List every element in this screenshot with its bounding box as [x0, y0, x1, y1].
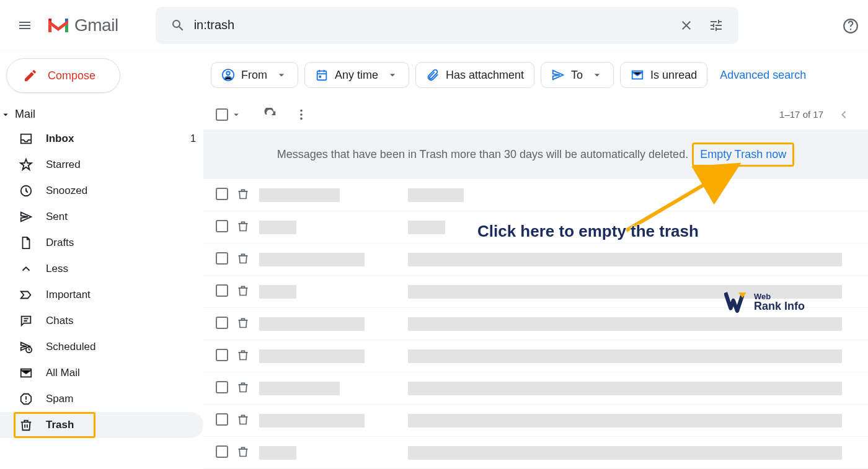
nav-label: Sent [46, 211, 68, 223]
select-all-checkbox[interactable] [216, 108, 242, 121]
redacted-content [259, 285, 296, 299]
sidebar-item-spam[interactable]: Spam [0, 386, 203, 412]
caret-down-icon [591, 69, 603, 81]
help-icon [843, 18, 859, 34]
trash-icon [237, 381, 249, 393]
redacted-content [408, 317, 842, 331]
redacted-content [259, 188, 340, 202]
sidebar-item-snoozed[interactable]: Snoozed [0, 178, 203, 204]
sidebar-item-all-mail[interactable]: All Mail [0, 360, 203, 386]
compose-button[interactable]: Compose [6, 58, 120, 93]
sidebar-item-important[interactable]: Important [0, 282, 203, 308]
close-icon [679, 18, 694, 33]
checkbox-icon[interactable] [216, 188, 228, 200]
clear-search-button[interactable] [671, 11, 701, 40]
trash-icon [237, 188, 249, 200]
important-icon [19, 288, 33, 302]
trash-icon [237, 349, 249, 361]
email-row[interactable] [203, 243, 868, 276]
checkbox-icon[interactable] [216, 445, 228, 458]
mail-section-header[interactable]: Mail [0, 105, 203, 126]
pencil-icon [23, 68, 38, 83]
chat-icon [19, 314, 33, 328]
search-options-button[interactable] [701, 11, 731, 40]
send-to-icon [551, 68, 565, 82]
checkbox-icon[interactable] [216, 252, 228, 265]
more-vert-icon [294, 108, 308, 121]
redacted-content [259, 221, 296, 234]
sidebar-item-starred[interactable]: Starred [0, 152, 203, 178]
app-header: Gmail [0, 0, 868, 51]
sidebar-item-less[interactable]: Less [0, 256, 203, 282]
refresh-button[interactable] [257, 101, 284, 128]
filter-chips-row: From Any time Has attachment To Is unrea… [203, 51, 868, 99]
sidebar-item-sent[interactable]: Sent [0, 204, 203, 230]
mail-icon [19, 366, 33, 380]
trash-icon [19, 418, 33, 432]
caret-down-icon [386, 69, 399, 81]
caret-down-icon [275, 69, 288, 81]
pagination-info: 1–17 of 17 [779, 109, 823, 120]
chip-label: Any time [335, 69, 378, 82]
redacted-content [408, 382, 842, 395]
chip-to[interactable]: To [541, 62, 614, 88]
caret-down-icon [231, 109, 242, 120]
sidebar-item-chats[interactable]: Chats [0, 308, 203, 334]
help-button[interactable] [838, 14, 863, 38]
svg-point-9 [300, 109, 303, 112]
chip-has-attachment[interactable]: Has attachment [415, 62, 534, 88]
main-menu-button[interactable] [10, 11, 40, 40]
search-button[interactable] [163, 11, 193, 40]
email-row[interactable] [203, 340, 868, 372]
advanced-search-link[interactable]: Advanced search [720, 69, 806, 82]
attachment-icon [426, 68, 440, 82]
sidebar-item-inbox[interactable]: Inbox 1 [0, 126, 203, 152]
email-row[interactable] [203, 308, 868, 340]
redacted-content [259, 317, 365, 331]
empty-trash-now-link[interactable]: Empty Trash now [692, 142, 794, 167]
checkbox-icon[interactable] [216, 413, 228, 426]
search-icon [170, 18, 185, 33]
svg-point-3 [25, 401, 27, 402]
scheduled-icon [19, 340, 33, 354]
redacted-content [259, 349, 365, 363]
list-toolbar: 1–17 of 17 [203, 99, 868, 130]
more-button[interactable] [288, 101, 315, 128]
nav-label: Snoozed [46, 185, 87, 197]
banner-message: Messages that have been in Trash more th… [277, 148, 688, 161]
email-row[interactable] [203, 211, 868, 243]
prev-page-button[interactable] [831, 102, 856, 127]
email-row[interactable] [203, 179, 868, 211]
email-row[interactable] [203, 372, 868, 405]
email-row[interactable] [203, 405, 868, 437]
search-input[interactable] [193, 17, 671, 33]
sidebar-item-drafts[interactable]: Drafts [0, 230, 203, 256]
file-icon [19, 236, 33, 250]
nav-label: Trash [46, 419, 74, 431]
chip-label: To [571, 69, 583, 82]
chevron-left-icon [836, 107, 851, 122]
chip-is-unread[interactable]: Is unread [620, 62, 707, 88]
chip-any-time[interactable]: Any time [304, 62, 409, 88]
svg-rect-7 [319, 76, 321, 78]
spam-icon [19, 392, 33, 406]
nav-label: Less [46, 263, 68, 275]
search-bar [156, 7, 738, 44]
hamburger-icon [17, 18, 32, 33]
checkbox-icon[interactable] [216, 220, 228, 232]
email-list [203, 179, 868, 469]
sidebar-item-trash[interactable]: Trash [0, 412, 203, 438]
sidebar-item-scheduled[interactable]: Scheduled [0, 334, 203, 360]
email-row[interactable] [203, 437, 868, 469]
checkbox-icon[interactable] [216, 284, 228, 297]
chip-from[interactable]: From [211, 62, 298, 88]
email-row[interactable] [203, 276, 868, 308]
svg-point-11 [300, 117, 303, 120]
checkbox-icon[interactable] [216, 349, 228, 361]
checkbox-icon[interactable] [216, 317, 228, 329]
svg-rect-6 [317, 71, 327, 81]
tune-icon [709, 18, 724, 33]
checkbox-icon[interactable] [216, 381, 228, 393]
redacted-content [408, 349, 842, 363]
logo[interactable]: Gmail [46, 15, 118, 35]
